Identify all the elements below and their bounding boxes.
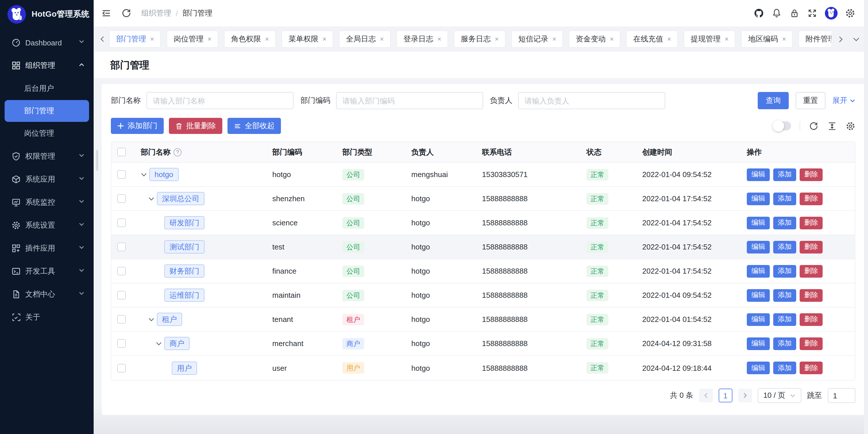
- delete-button[interactable]: 删除: [800, 361, 823, 374]
- dept-name-input[interactable]: [147, 92, 293, 109]
- collapse-all-button[interactable]: 全部收起: [227, 118, 281, 134]
- dept-name-tag[interactable]: 测试部门: [164, 240, 205, 254]
- add-button[interactable]: 添加: [773, 337, 796, 350]
- reset-button[interactable]: 重置: [796, 92, 826, 109]
- reload-table-icon[interactable]: [809, 121, 818, 131]
- dept-name-tag[interactable]: 研发部门: [164, 216, 205, 229]
- close-icon[interactable]: ×: [552, 36, 556, 42]
- add-button[interactable]: 添加: [773, 313, 796, 326]
- refresh-icon[interactable]: [121, 8, 131, 19]
- edit-button[interactable]: 编辑: [747, 192, 770, 205]
- row-checkbox[interactable]: [117, 267, 126, 276]
- query-button[interactable]: 查询: [758, 92, 789, 109]
- add-button[interactable]: 添加: [773, 192, 796, 205]
- lock-icon[interactable]: [789, 8, 800, 19]
- edit-button[interactable]: 编辑: [747, 337, 770, 350]
- sidebar-item-plugins[interactable]: 插件应用: [0, 237, 94, 260]
- close-icon[interactable]: ×: [265, 36, 269, 42]
- tab-role[interactable]: 角色权限×: [224, 30, 276, 48]
- edit-button[interactable]: 编辑: [747, 289, 770, 301]
- tab-service-log[interactable]: 服务日志×: [454, 30, 506, 48]
- column-settings-icon[interactable]: [846, 121, 855, 131]
- delete-button[interactable]: 删除: [800, 337, 823, 350]
- add-button[interactable]: 添加: [773, 216, 796, 229]
- edit-button[interactable]: 编辑: [747, 265, 770, 277]
- tab-department[interactable]: 部门管理×: [109, 30, 161, 48]
- sidebar-item-dev-tools[interactable]: 开发工具: [0, 260, 94, 283]
- add-button[interactable]: 添加: [773, 289, 796, 301]
- user-avatar[interactable]: [825, 7, 838, 20]
- sidebar-item-system-app[interactable]: 系统应用: [0, 168, 94, 191]
- row-checkbox[interactable]: [117, 315, 126, 324]
- sidebar-scrollbar-thumb[interactable]: [96, 150, 98, 171]
- dept-name-tag[interactable]: 财务部门: [164, 264, 205, 278]
- add-department-button[interactable]: 添加部门: [111, 118, 164, 134]
- close-icon[interactable]: ×: [437, 36, 441, 42]
- sidebar-item-system-monitor[interactable]: 系统监控: [0, 191, 94, 214]
- expand-chevron-icon[interactable]: [148, 194, 157, 203]
- edit-button[interactable]: 编辑: [747, 240, 770, 253]
- expand-chevron-icon[interactable]: [141, 170, 149, 179]
- sidebar-item-department-management[interactable]: 部门管理: [5, 100, 89, 122]
- edit-button[interactable]: 编辑: [747, 216, 770, 229]
- delete-button[interactable]: 删除: [800, 265, 823, 277]
- next-page-button[interactable]: [738, 388, 752, 402]
- delete-button[interactable]: 删除: [800, 289, 823, 301]
- leader-input[interactable]: [518, 92, 665, 109]
- dept-name-tag[interactable]: 租户: [157, 313, 182, 326]
- edit-button[interactable]: 编辑: [747, 168, 770, 181]
- tab-global-log[interactable]: 全局日志×: [339, 30, 391, 48]
- close-icon[interactable]: ×: [725, 36, 729, 42]
- delete-button[interactable]: 删除: [800, 192, 823, 205]
- sidebar-item-backend-users[interactable]: 后台用户: [0, 77, 94, 100]
- jump-page-input[interactable]: [828, 388, 855, 403]
- prev-page-button[interactable]: [699, 388, 713, 402]
- close-icon[interactable]: ×: [380, 36, 384, 42]
- row-checkbox[interactable]: [117, 219, 126, 227]
- delete-button[interactable]: 删除: [800, 216, 823, 229]
- tab-attachment[interactable]: 附件管理×: [799, 30, 831, 48]
- expand-chevron-icon[interactable]: [156, 339, 164, 348]
- striped-toggle[interactable]: [773, 121, 791, 131]
- close-icon[interactable]: ×: [610, 36, 614, 42]
- tabs-scroll-right-icon[interactable]: [837, 35, 844, 43]
- row-checkbox[interactable]: [117, 339, 126, 348]
- expand-chevron-icon[interactable]: [148, 315, 157, 324]
- delete-button[interactable]: 删除: [800, 240, 823, 253]
- menu-fold-icon[interactable]: [101, 8, 112, 19]
- gear-icon[interactable]: [845, 8, 855, 19]
- close-icon[interactable]: ×: [667, 36, 671, 42]
- close-icon[interactable]: ×: [207, 36, 211, 42]
- tab-login-log[interactable]: 登录日志×: [397, 30, 448, 48]
- tab-post[interactable]: 岗位管理×: [166, 30, 218, 48]
- close-icon[interactable]: ×: [495, 36, 499, 42]
- dept-name-tag[interactable]: 用户: [172, 361, 197, 375]
- dept-name-tag[interactable]: 深圳总公司: [157, 192, 205, 205]
- tab-withdraw[interactable]: 提现管理×: [684, 30, 736, 48]
- logo-row[interactable]: HotGo管理系统: [0, 0, 94, 29]
- sidebar-item-about[interactable]: 关于: [0, 306, 94, 329]
- add-button[interactable]: 添加: [773, 168, 796, 181]
- sidebar-item-doc-center[interactable]: 文档中心: [0, 283, 94, 306]
- page-number-button[interactable]: 1: [718, 388, 732, 402]
- edit-button[interactable]: 编辑: [747, 361, 770, 374]
- tabs-menu-chevron-icon[interactable]: [852, 35, 860, 43]
- delete-button[interactable]: 删除: [800, 313, 823, 326]
- expand-link[interactable]: 展开: [832, 95, 855, 106]
- dept-name-tag[interactable]: hotgo: [149, 168, 178, 181]
- row-density-icon[interactable]: [827, 121, 837, 131]
- add-button[interactable]: 添加: [773, 361, 796, 374]
- sidebar-item-dashboard[interactable]: Dashboard: [0, 31, 94, 54]
- close-icon[interactable]: ×: [322, 36, 327, 42]
- page-scrollbar-track[interactable]: [864, 0, 868, 434]
- sidebar-item-organization[interactable]: 组织管理: [0, 54, 94, 77]
- bell-icon[interactable]: [772, 8, 782, 19]
- tab-sms-record[interactable]: 短信记录×: [512, 30, 563, 48]
- add-button[interactable]: 添加: [773, 240, 796, 253]
- tab-online-recharge[interactable]: 在线充值×: [626, 30, 678, 48]
- close-icon[interactable]: ×: [150, 36, 154, 42]
- row-checkbox[interactable]: [117, 170, 126, 179]
- page-size-select[interactable]: 10 / 页: [757, 388, 801, 403]
- breadcrumb-parent[interactable]: 组织管理: [141, 8, 171, 19]
- dept-code-input[interactable]: [336, 92, 483, 109]
